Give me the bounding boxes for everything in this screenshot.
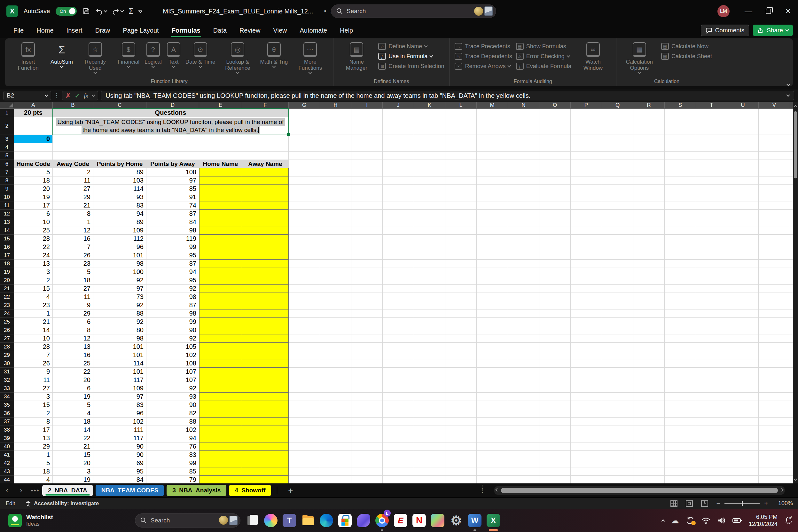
tray-clock[interactable]: 6:05 PM 12/10/2024 xyxy=(749,513,778,528)
cell-away-name-empty[interactable] xyxy=(242,276,289,285)
cell[interactable]: 15 xyxy=(14,285,53,293)
row-header-3[interactable]: 3 xyxy=(0,135,14,143)
accessibility-status[interactable]: Accessibility: Investigate xyxy=(25,500,99,507)
cell-home-name-empty[interactable] xyxy=(199,176,242,185)
cell-home-name-empty[interactable] xyxy=(199,185,242,193)
cell[interactable]: 94 xyxy=(147,434,199,442)
cell[interactable]: 14 xyxy=(53,426,93,434)
cell[interactable]: 102 xyxy=(93,418,147,426)
cell-home-name-empty[interactable] xyxy=(199,442,242,451)
row-header-28[interactable]: 28 xyxy=(0,343,14,351)
row-header-36[interactable]: 36 xyxy=(0,409,14,418)
row-header-16[interactable]: 16 xyxy=(0,243,14,251)
row-header-9[interactable]: 9 xyxy=(0,185,14,193)
titlebar-search[interactable]: Search xyxy=(331,4,496,18)
table-header-home-code[interactable]: Home Code xyxy=(14,160,53,168)
empty-cells[interactable] xyxy=(289,168,793,176)
undo-chevron-icon[interactable] xyxy=(104,8,108,12)
taskbar-icon-settings[interactable]: ⚙ xyxy=(447,509,466,532)
name-box[interactable]: B2 xyxy=(3,91,51,100)
cell[interactable]: 8 xyxy=(53,210,93,218)
table-header-home-name[interactable]: Home Name xyxy=(199,160,242,168)
cell[interactable]: 1 xyxy=(14,309,53,318)
cell-B2-edit[interactable]: Using tab "NBA_TEAM CODES" using LOOKUP … xyxy=(53,117,289,135)
cell-A3-selected[interactable]: 0 xyxy=(14,135,53,143)
taskbar-icon-copilot[interactable] xyxy=(262,509,280,532)
empty-cells[interactable] xyxy=(289,152,793,160)
cell-home-name-empty[interactable] xyxy=(199,210,242,218)
cell-away-name-empty[interactable] xyxy=(242,359,289,368)
watch-window-button[interactable]: ∞Watch Window xyxy=(573,41,613,72)
scroll-up-icon[interactable] xyxy=(794,105,797,108)
cell-away-name-empty[interactable] xyxy=(242,434,289,442)
taskbar-icon-loop[interactable] xyxy=(354,509,373,532)
cell[interactable]: 85 xyxy=(147,185,199,193)
cell[interactable]: 21 xyxy=(14,318,53,326)
cell[interactable]: 27 xyxy=(53,285,93,293)
lookup-&-reference-button[interactable]: ◎Lookup & Reference xyxy=(218,41,258,74)
cell[interactable]: 108 xyxy=(147,168,199,176)
taskbar-icon-excel[interactable]: X xyxy=(484,509,502,532)
calculate-now-button[interactable]: ▦Calculate Now xyxy=(661,43,712,50)
cell[interactable]: 107 xyxy=(147,368,199,376)
cell-home-name-empty[interactable] xyxy=(199,260,242,268)
tab-formulas[interactable]: Formulas xyxy=(167,22,206,38)
cell-home-name-empty[interactable] xyxy=(199,335,242,343)
cell-home-name-empty[interactable] xyxy=(199,218,242,226)
cell[interactable]: 22 xyxy=(53,368,93,376)
cell[interactable]: 89 xyxy=(93,168,147,176)
create-from-selection-button[interactable]: ⊞Create from Selection xyxy=(378,63,444,70)
cell[interactable]: 18 xyxy=(14,468,53,476)
cell-home-name-empty[interactable] xyxy=(199,434,242,442)
row-header-20[interactable]: 20 xyxy=(0,276,14,285)
cell[interactable]: 27 xyxy=(14,384,53,393)
cell-away-name-empty[interactable] xyxy=(242,376,289,384)
undo-button[interactable] xyxy=(95,7,107,15)
column-header-T[interactable]: T xyxy=(696,102,727,109)
cell[interactable]: 18 xyxy=(53,418,93,426)
cell-away-name-empty[interactable] xyxy=(242,235,289,243)
cell[interactable]: 92 xyxy=(93,318,147,326)
share-button[interactable]: Share xyxy=(753,25,793,36)
show-formulas-button[interactable]: ▦Show Formulas xyxy=(516,43,571,50)
cell-home-name-empty[interactable] xyxy=(199,426,242,434)
row-header-15[interactable]: 15 xyxy=(0,235,14,243)
row-header-19[interactable]: 19 xyxy=(0,268,14,276)
cell-home-name-empty[interactable] xyxy=(199,276,242,285)
cell[interactable]: 99 xyxy=(147,459,199,468)
close-button[interactable]: × xyxy=(778,0,798,22)
cell-away-name-empty[interactable] xyxy=(242,318,289,326)
cell[interactable]: 101 xyxy=(93,343,147,351)
cell[interactable] xyxy=(14,152,53,160)
row-header-14[interactable]: 14 xyxy=(0,226,14,235)
cell[interactable]: 21 xyxy=(53,442,93,451)
row-header-39[interactable]: 39 xyxy=(0,434,14,442)
column-header-P[interactable]: P xyxy=(571,102,602,109)
financial-button[interactable]: $Financial xyxy=(115,41,142,68)
cell[interactable]: 1 xyxy=(53,218,93,226)
taskbar-icon-store[interactable] xyxy=(336,509,354,532)
column-header-N[interactable]: N xyxy=(508,102,539,109)
cell[interactable]: 114 xyxy=(93,359,147,368)
column-header-F[interactable]: F xyxy=(242,102,289,109)
battery-icon[interactable] xyxy=(732,516,742,525)
cell[interactable]: 97 xyxy=(93,393,147,401)
column-header-R[interactable]: R xyxy=(633,102,665,109)
row-header-40[interactable]: 40 xyxy=(0,442,14,451)
empty-cells[interactable] xyxy=(289,476,793,483)
cell-away-name-empty[interactable] xyxy=(242,368,289,376)
notifications-bell-icon[interactable]: zz xyxy=(784,516,794,525)
cell[interactable]: 83 xyxy=(93,202,147,210)
cell[interactable]: 80 xyxy=(93,326,147,335)
cell-home-name-empty[interactable] xyxy=(199,418,242,426)
horizontal-scrollbar[interactable] xyxy=(494,486,785,495)
cell[interactable]: 69 xyxy=(93,459,147,468)
taskbar-icon-edge[interactable] xyxy=(317,509,336,532)
cell[interactable]: 93 xyxy=(93,193,147,202)
empty-cells[interactable] xyxy=(289,185,793,193)
vertical-scrollbar[interactable] xyxy=(793,102,798,483)
cell[interactable]: 2 xyxy=(14,409,53,418)
empty-cells[interactable] xyxy=(289,434,793,442)
zoom-slider[interactable] xyxy=(724,503,760,504)
cell[interactable]: 26 xyxy=(53,251,93,260)
